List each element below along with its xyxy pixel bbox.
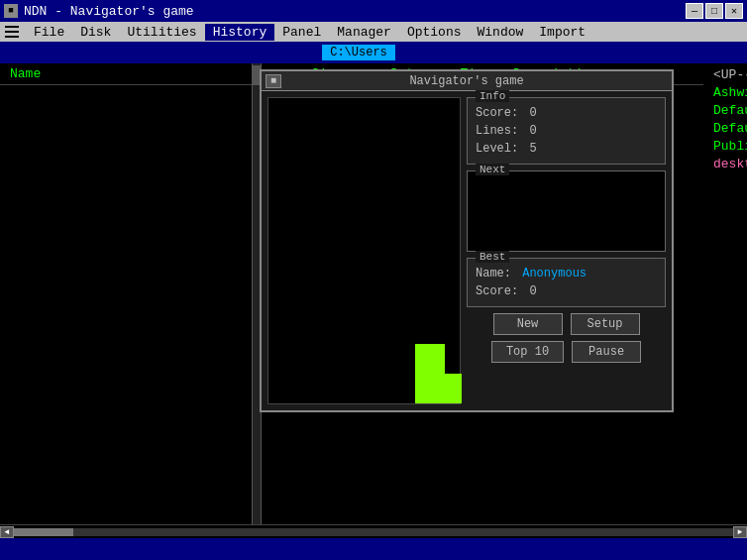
scroll-right-button[interactable]: ► [733, 526, 747, 538]
tetris-block [415, 374, 445, 403]
btn-row-1: New Setup [467, 313, 666, 335]
score-value: 0 [529, 106, 536, 120]
main-area: Name Size Date Time Description <UP--DIR… [0, 63, 747, 524]
minimize-button[interactable]: — [686, 3, 703, 19]
current-path: C:\Users [322, 45, 395, 60]
next-preview [468, 171, 665, 251]
file-row[interactable]: Ashwin <SYMLINK> 09/15/18 01:12p [703, 83, 747, 101]
file-row[interactable]: Default User <SUB-DIR> 08/04/19 09:09a [703, 119, 747, 137]
title-bar: ■ NDN - Navigator's game — □ ✕ [0, 0, 747, 22]
btn-row-2: Top 10 Pause [467, 341, 666, 363]
best-score-label: Score: [476, 284, 518, 298]
score-row: Score: 0 [476, 104, 657, 122]
lines-row: Lines: 0 [476, 122, 657, 140]
file-name: <UP--DIR> [703, 67, 747, 82]
level-value: 5 [529, 142, 536, 156]
score-label: Score: [476, 106, 518, 120]
menu-panel[interactable]: Panel [274, 24, 329, 41]
scroll-left-button[interactable]: ◄ [0, 526, 14, 538]
lines-label: Lines: [476, 124, 518, 138]
menu-file[interactable]: File [26, 24, 72, 41]
game-body: Info Score: 0 Lines: 0 Level: 5 [262, 91, 672, 410]
ham-line-1 [5, 26, 19, 28]
info-label: Info [476, 90, 509, 102]
menu-history[interactable]: History [205, 24, 275, 41]
file-list: <UP--DIR> 08/04/19 09:14a Ashwin <SYMLIN… [703, 63, 747, 524]
level-row: Level: 5 [476, 140, 657, 158]
hscroll-track[interactable] [14, 528, 733, 536]
next-box: Next [467, 170, 666, 252]
game-right-panel: Info Score: 0 Lines: 0 Level: 5 [467, 97, 666, 404]
tetris-block [415, 344, 445, 374]
horizontal-scrollbar: ◄ ► [0, 524, 747, 538]
best-name-value: Anonymous [522, 267, 587, 280]
file-row[interactable]: <UP--DIR> 08/04/19 09:14a [703, 65, 747, 83]
file-name: Ashwin [703, 85, 747, 100]
menu-manager[interactable]: Manager [329, 24, 399, 41]
menu-import[interactable]: Import [531, 24, 593, 41]
menu-bar: File Disk Utilities History Panel Manage… [0, 22, 747, 42]
next-label: Next [476, 164, 509, 175]
title-bar-left: ■ NDN - Navigator's game [4, 4, 194, 19]
file-name: Default [703, 103, 747, 118]
ham-line-3 [5, 36, 19, 38]
game-window: ■ Navigator's game [260, 69, 674, 412]
ham-line-2 [5, 31, 19, 33]
menu-window[interactable]: Window [470, 24, 532, 41]
menu-options[interactable]: Options [399, 24, 470, 41]
best-box: Best Name: Anonymous Score: 0 [467, 258, 666, 307]
col-name-header: Name [0, 66, 287, 81]
pause-button[interactable]: Pause [572, 341, 641, 363]
app-icon: ■ [4, 4, 18, 18]
best-name-label: Name: [476, 267, 511, 280]
maximize-button[interactable]: □ [705, 3, 723, 19]
close-button[interactable]: ✕ [725, 3, 743, 19]
file-row[interactable]: Default <SUB-DIR> 11/28/19 11:27p [703, 101, 747, 119]
title-controls: — □ ✕ [686, 3, 743, 19]
new-button[interactable]: New [493, 313, 563, 335]
window-title: NDN - Navigator's game [24, 4, 194, 19]
best-label: Best [476, 251, 509, 263]
tetris-block [445, 374, 462, 403]
top10-button[interactable]: Top 10 [491, 341, 564, 363]
lines-value: 0 [529, 124, 536, 138]
menu-disk[interactable]: Disk [72, 24, 119, 41]
menu-hamburger[interactable] [2, 23, 22, 41]
path-bar: C:\Users [0, 42, 747, 63]
best-score-row: Score: 0 [476, 282, 657, 300]
game-titlebar: ■ Navigator's game [262, 71, 672, 91]
file-name: desktop [703, 157, 747, 171]
hscroll-thumb[interactable] [14, 528, 73, 536]
file-row[interactable]: desktop [703, 155, 747, 172]
setup-button[interactable]: Setup [571, 313, 640, 335]
file-name: Default User [703, 121, 747, 136]
game-control-box[interactable]: ■ [266, 74, 281, 88]
game-title: Navigator's game [281, 74, 652, 88]
best-name-row: Name: Anonymous [476, 265, 657, 282]
file-name: Public [703, 139, 747, 154]
game-board [267, 97, 461, 404]
best-score-value: 0 [529, 284, 536, 298]
status-bar [0, 538, 747, 560]
level-label: Level: [476, 142, 518, 156]
file-row[interactable]: Public [703, 137, 747, 155]
info-box: Info Score: 0 Lines: 0 Level: 5 [467, 97, 666, 165]
menu-utilities[interactable]: Utilities [119, 24, 204, 41]
tetris-board-svg [268, 98, 462, 405]
